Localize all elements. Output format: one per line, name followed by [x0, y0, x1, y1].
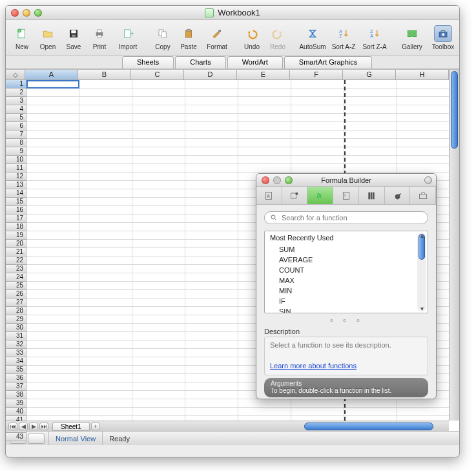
- worksheet-tab[interactable]: Sheet1: [52, 422, 90, 431]
- cell[interactable]: [291, 105, 344, 114]
- cell[interactable]: [132, 164, 185, 173]
- row-header[interactable]: 12: [6, 173, 26, 181]
- cell[interactable]: [291, 139, 344, 147]
- row-header[interactable]: 24: [6, 273, 26, 282]
- cell[interactable]: [132, 80, 185, 89]
- row-header[interactable]: 8: [6, 139, 26, 147]
- function-list[interactable]: Most Recently Used SUMAVERAGECOUNTMAXMIN…: [264, 231, 428, 313]
- cell[interactable]: [132, 290, 185, 298]
- row-header[interactable]: 9: [6, 147, 26, 156]
- cell[interactable]: [132, 282, 185, 290]
- cell[interactable]: [26, 282, 79, 290]
- function-list-scrollbar[interactable]: [417, 233, 426, 311]
- open-button[interactable]: Open: [36, 25, 60, 50]
- cell[interactable]: [132, 105, 185, 114]
- cell[interactable]: [185, 240, 238, 248]
- cell[interactable]: [238, 164, 291, 173]
- row-header[interactable]: 5: [6, 114, 26, 122]
- cell[interactable]: [291, 408, 344, 416]
- row-header[interactable]: 6: [6, 122, 26, 131]
- cell[interactable]: [238, 156, 291, 164]
- column-header[interactable]: E: [237, 70, 290, 80]
- cell[interactable]: [79, 374, 132, 382]
- cell[interactable]: [185, 290, 238, 298]
- row-header[interactable]: 18: [6, 223, 26, 231]
- cell[interactable]: [185, 399, 238, 408]
- row-header[interactable]: 22: [6, 256, 26, 265]
- palette-toggle-icon[interactable]: [424, 176, 432, 184]
- cell[interactable]: [132, 315, 185, 324]
- cell[interactable]: [26, 122, 79, 131]
- column-header[interactable]: C: [131, 70, 184, 80]
- cell[interactable]: [79, 324, 132, 332]
- cell[interactable]: [185, 382, 238, 391]
- cell[interactable]: [132, 139, 185, 147]
- cell[interactable]: [344, 164, 397, 173]
- cell[interactable]: [132, 256, 185, 265]
- row-header[interactable]: 40: [6, 408, 26, 416]
- cell[interactable]: [79, 382, 132, 391]
- cell[interactable]: [185, 315, 238, 324]
- cell[interactable]: [238, 147, 291, 156]
- row-header[interactable]: 34: [6, 357, 26, 366]
- cell[interactable]: [185, 97, 238, 105]
- autosum-button[interactable]: AutoSum: [298, 25, 327, 50]
- cell[interactable]: [344, 105, 397, 114]
- cell[interactable]: [79, 416, 132, 421]
- cell[interactable]: [26, 332, 79, 340]
- cell[interactable]: [132, 391, 185, 399]
- cell[interactable]: [185, 391, 238, 399]
- cell[interactable]: [238, 399, 291, 408]
- row-header[interactable]: 11: [6, 164, 26, 173]
- cell[interactable]: [79, 273, 132, 282]
- cell[interactable]: [26, 80, 79, 89]
- cell[interactable]: [79, 366, 132, 374]
- row-header[interactable]: 36: [6, 374, 26, 382]
- cell[interactable]: [132, 366, 185, 374]
- cell[interactable]: [344, 80, 397, 89]
- tab-wordart[interactable]: WordArt: [227, 56, 283, 68]
- cell[interactable]: [185, 223, 238, 231]
- cell[interactable]: [397, 131, 449, 139]
- cell[interactable]: [132, 374, 185, 382]
- row-header[interactable]: 15: [6, 198, 26, 206]
- cell[interactable]: [132, 181, 185, 189]
- cell[interactable]: [132, 399, 185, 408]
- row-header[interactable]: 1: [6, 80, 26, 89]
- cell[interactable]: [26, 391, 79, 399]
- cell[interactable]: [344, 114, 397, 122]
- cell[interactable]: [344, 416, 397, 421]
- cell[interactable]: [79, 391, 132, 399]
- cell[interactable]: [397, 97, 449, 105]
- toolbox-button[interactable]: iToolbox: [428, 25, 458, 50]
- learn-more-link[interactable]: Learn more about functions: [270, 362, 357, 370]
- row-header[interactable]: 28: [6, 307, 26, 315]
- cell[interactable]: [185, 89, 238, 97]
- row-header[interactable]: 39: [6, 399, 26, 408]
- cell[interactable]: [132, 198, 185, 206]
- cell[interactable]: [26, 265, 79, 273]
- column-header[interactable]: H: [396, 70, 449, 80]
- cell[interactable]: [26, 349, 79, 357]
- palette-tab-object[interactable]: [282, 187, 308, 204]
- cell[interactable]: [79, 307, 132, 315]
- cell[interactable]: [344, 156, 397, 164]
- cell[interactable]: [185, 324, 238, 332]
- cell[interactable]: [79, 223, 132, 231]
- cell[interactable]: [238, 122, 291, 131]
- cell[interactable]: [397, 156, 449, 164]
- palette-tab-scrapbook[interactable]: [333, 187, 359, 204]
- cell[interactable]: [26, 173, 79, 181]
- cell[interactable]: [132, 416, 185, 421]
- cell[interactable]: [185, 374, 238, 382]
- cell[interactable]: [132, 231, 185, 240]
- sheet-first-button[interactable]: ⏮: [8, 423, 17, 430]
- close-icon[interactable]: [11, 9, 19, 17]
- hscroll-thumb[interactable]: [304, 423, 433, 430]
- cell[interactable]: [185, 147, 238, 156]
- cell[interactable]: [185, 340, 238, 349]
- cell[interactable]: [132, 215, 185, 223]
- cell[interactable]: [238, 416, 291, 421]
- palette-zoom-icon[interactable]: [285, 176, 293, 184]
- cell[interactable]: [79, 357, 132, 366]
